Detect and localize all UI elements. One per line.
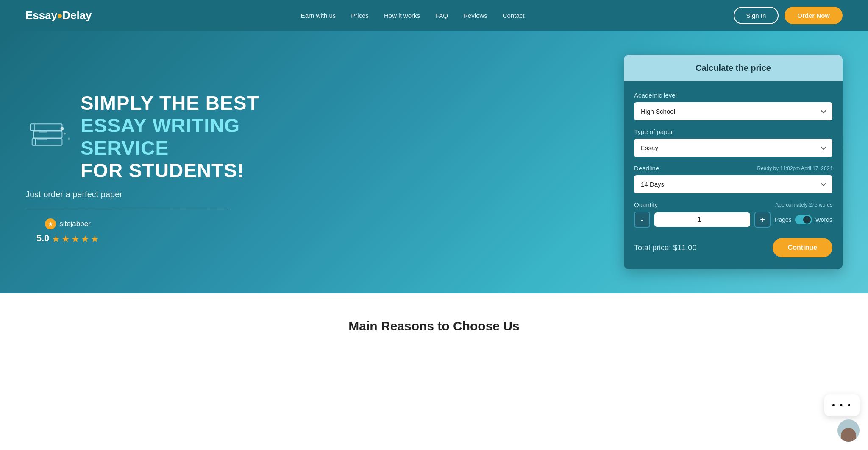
academic-level-label: Academic level: [634, 92, 832, 99]
quantity-row: - + Pages Words: [634, 212, 832, 228]
signin-button[interactable]: Sign In: [734, 7, 779, 24]
nav-earn[interactable]: Earn with us: [301, 12, 336, 19]
star-2: ★: [61, 234, 70, 245]
hero-title-line1: SIMPLY THE BEST: [81, 92, 280, 115]
svg-rect-2: [31, 124, 62, 131]
hero-title-line3: FOR STUDENTS!: [81, 159, 280, 182]
pages-words-toggle[interactable]: [795, 215, 812, 224]
svg-rect-0: [32, 139, 62, 145]
svg-point-5: [61, 127, 64, 130]
bottom-title: Main Reasons to Choose Us: [25, 319, 843, 333]
continue-button[interactable]: Continue: [773, 238, 832, 257]
hero-title-line2: ESSAY WRITING SERVICE: [81, 115, 280, 159]
logo-text2: Delay: [62, 9, 92, 22]
bottom-section: Main Reasons to Choose Us: [0, 293, 868, 350]
nav-prices[interactable]: Prices: [351, 12, 369, 19]
paper-type-label: Type of paper: [634, 128, 832, 135]
quantity-label: Quantity Approximately 275 words: [634, 201, 832, 208]
hero-title: SIMPLY THE BEST ESSAY WRITING SERVICE FO…: [81, 92, 280, 182]
header: EssayDelay Earn with us Prices How it wo…: [0, 0, 868, 31]
order-button[interactable]: Order Now: [785, 7, 843, 24]
total-row: Total price: $11.00 Continue: [634, 238, 832, 257]
stars-row: ★ ★ ★ ★ ★: [52, 234, 99, 245]
sitejabber-label: sitejabber: [59, 220, 91, 228]
quantity-decrease-button[interactable]: -: [634, 212, 650, 228]
quantity-increase-button[interactable]: +: [754, 212, 771, 228]
star-5: ★: [91, 234, 99, 245]
star-3: ★: [71, 234, 80, 245]
hero-section: SIMPLY THE BEST ESSAY WRITING SERVICE FO…: [0, 31, 868, 293]
sitejabber-rating: ★ sitejabber 5.0 ★ ★ ★ ★ ★: [25, 218, 110, 245]
deadline-select[interactable]: 14 Days 10 Days 7 Days 5 Days 3 Days 2 D…: [634, 175, 832, 193]
pages-toggle: Pages Words: [775, 215, 832, 224]
deadline-ready-text: Ready by 11:02pm April 17, 2024: [757, 165, 832, 171]
hero-divider: [25, 209, 229, 209]
sitejabber-badge: ★ sitejabber: [45, 218, 91, 229]
svg-point-7: [68, 138, 70, 140]
hero-content: SIMPLY THE BEST ESSAY WRITING SERVICE FO…: [25, 79, 280, 245]
hero-illustration: SIMPLY THE BEST ESSAY WRITING SERVICE FO…: [25, 92, 280, 182]
approx-text: Approximately 275 words: [775, 202, 832, 208]
star-1: ★: [52, 234, 60, 245]
svg-point-6: [64, 133, 66, 135]
calculator-panel: Calculate the price Academic level High …: [624, 55, 843, 269]
hero-titles: SIMPLY THE BEST ESSAY WRITING SERVICE FO…: [81, 92, 280, 182]
paper-type-select[interactable]: Essay Research Paper Term Paper Thesis D…: [634, 139, 832, 157]
rating-number: 5.0: [36, 233, 50, 244]
svg-rect-3: [37, 138, 47, 140]
total-price: Total price: $11.00: [634, 243, 696, 252]
logo[interactable]: EssayDelay: [25, 9, 92, 22]
nav-faq[interactable]: FAQ: [435, 12, 448, 19]
star-4: ★: [81, 234, 89, 245]
sitejabber-icon: ★: [45, 218, 56, 229]
svg-rect-1: [34, 131, 62, 138]
calc-card: Calculate the price Academic level High …: [624, 55, 843, 269]
hero-subtitle: Just order a perfect paper: [25, 190, 280, 199]
pages-label: Pages: [775, 216, 792, 223]
logo-dot: [58, 14, 62, 18]
toggle-knob: [803, 216, 811, 224]
words-label: Words: [815, 216, 832, 223]
deadline-label: Deadline Ready by 11:02pm April 17, 2024: [634, 165, 832, 172]
nav-how[interactable]: How it works: [384, 12, 420, 19]
main-nav: Earn with us Prices How it works FAQ Rev…: [301, 12, 525, 19]
header-buttons: Sign In Order Now: [734, 7, 843, 24]
quantity-input[interactable]: [654, 212, 750, 227]
books-illustration: [25, 109, 72, 165]
academic-level-select[interactable]: High School Undergraduate Bachelor Maste…: [634, 102, 832, 120]
nav-reviews[interactable]: Reviews: [463, 12, 487, 19]
svg-rect-4: [39, 131, 47, 133]
logo-text: Essay: [25, 9, 57, 22]
calc-header: Calculate the price: [624, 55, 843, 81]
nav-contact[interactable]: Contact: [503, 12, 525, 19]
calc-body: Academic level High School Undergraduate…: [624, 81, 843, 269]
